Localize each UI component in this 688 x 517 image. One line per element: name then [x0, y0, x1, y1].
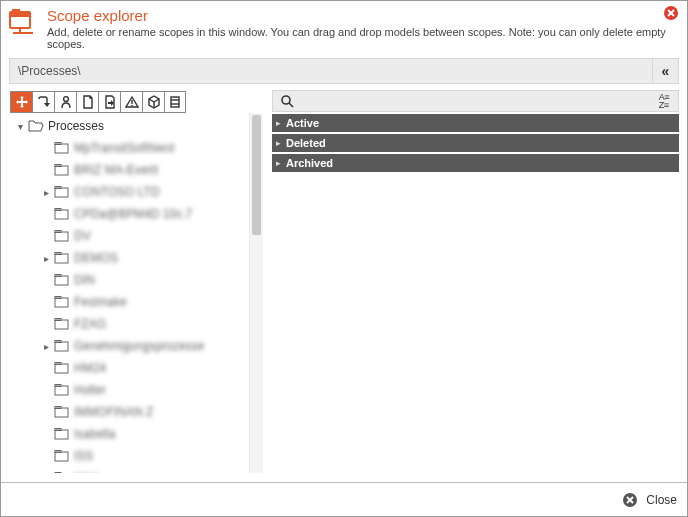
folder-icon	[54, 383, 70, 397]
tree-item[interactable]: HM24	[10, 357, 249, 379]
close-button[interactable]: Close	[646, 493, 677, 507]
svg-rect-34	[55, 364, 68, 373]
svg-rect-45	[55, 473, 61, 474]
footer: Close	[1, 482, 687, 516]
category-label: Deleted	[286, 137, 326, 149]
type-toolbar	[10, 91, 263, 113]
svg-rect-24	[55, 254, 68, 263]
close-icon[interactable]	[663, 5, 679, 21]
header-title: Scope explorer	[47, 7, 677, 24]
tree-item[interactable]: ▸DEMOS	[10, 247, 249, 269]
svg-rect-20	[55, 210, 68, 219]
scrollbar-thumb[interactable]	[252, 115, 261, 235]
header-subtitle: Add, delete or rename scopes in this win…	[47, 26, 677, 50]
tree-scrollbar[interactable]	[249, 113, 263, 473]
folder-icon	[54, 207, 70, 221]
flow-icon[interactable]	[32, 91, 54, 113]
expand-toggle[interactable]: ▸	[40, 341, 52, 352]
breadcrumb-row: «	[1, 58, 687, 84]
left-panel: ▾ Processes MpTransitSoftNerdBRIZ MA-Eve…	[9, 90, 264, 474]
svg-rect-11	[171, 97, 179, 107]
tree-item-label: IMMOFINAN Z	[74, 405, 153, 419]
folder-icon	[54, 163, 70, 177]
tree-item-label: DEMOS	[74, 251, 118, 265]
tree-item[interactable]: Festmake	[10, 291, 249, 313]
tree-item[interactable]: CPDa@BPM4D 10c.7	[10, 203, 249, 225]
doc-icon[interactable]	[76, 91, 98, 113]
tree-item[interactable]: ▸CONTOSO LTD	[10, 181, 249, 203]
expand-toggle[interactable]: ▸	[40, 253, 52, 264]
scope-tree[interactable]: ▾ Processes MpTransitSoftNerdBRIZ MA-Eve…	[10, 113, 249, 473]
folder-icon	[54, 185, 70, 199]
svg-point-8	[63, 97, 68, 102]
warning-icon[interactable]	[120, 91, 142, 113]
svg-rect-28	[55, 298, 68, 307]
tree-item-label: CPDa@BPM4D 10c.7	[74, 207, 192, 221]
tree-item-label: HM24	[74, 361, 106, 375]
folder-icon	[54, 229, 70, 243]
tree-item[interactable]: MpTransitSoftNerd	[10, 137, 249, 159]
scope-explorer-window: Scope explorer Add, delete or rename sco…	[0, 0, 688, 517]
svg-rect-2	[12, 9, 20, 12]
tree-item-label: DV	[74, 229, 91, 243]
folder-icon	[54, 141, 70, 155]
tree-item[interactable]: BRIZ MA-Evertt	[10, 159, 249, 181]
folder-icon	[54, 251, 70, 265]
tree-item-label: DIN	[74, 273, 95, 287]
cube-icon[interactable]	[142, 91, 164, 113]
chevron-right-icon: ▸	[276, 158, 286, 168]
doc-arrow-icon[interactable]	[98, 91, 120, 113]
breadcrumb-input[interactable]	[9, 58, 653, 84]
tree-item-label: ISS	[74, 449, 93, 463]
tree-item-label: Genehmigungsprozesse	[74, 339, 204, 353]
close-button-icon[interactable]	[622, 492, 638, 508]
category-band[interactable]: ▸Deleted	[272, 134, 679, 152]
right-panel: A≡Z≡ ▸Active▸Deleted▸Archived	[272, 90, 679, 474]
move-icon[interactable]	[10, 91, 32, 113]
chevron-right-icon: ▸	[276, 138, 286, 148]
tree-item-label: Holter	[74, 383, 106, 397]
category-band[interactable]: ▸Active	[272, 114, 679, 132]
tree-item[interactable]: ISS	[10, 445, 249, 467]
tree-item-label: CONTOSO LTD	[74, 185, 160, 199]
main-split: ▾ Processes MpTransitSoftNerdBRIZ MA-Eve…	[1, 90, 687, 482]
svg-rect-14	[55, 144, 68, 153]
tree-item[interactable]: FZAG	[10, 313, 249, 335]
expand-toggle[interactable]: ▸	[40, 187, 52, 198]
folder-icon	[54, 427, 70, 441]
tree-item[interactable]: Isabella	[10, 423, 249, 445]
svg-rect-22	[55, 232, 68, 241]
person-icon[interactable]	[54, 91, 76, 113]
folder-icon	[54, 471, 70, 473]
collapse-button[interactable]: «	[653, 58, 679, 84]
tree-item[interactable]: ▸Genehmigungsprozesse	[10, 335, 249, 357]
svg-point-10	[131, 105, 133, 107]
tree-item[interactable]: KAV	[10, 467, 249, 473]
svg-rect-16	[55, 166, 68, 175]
tree-item-label: MpTransitSoftNerd	[74, 141, 174, 155]
search-icon[interactable]	[277, 92, 297, 110]
folder-open-icon	[28, 119, 44, 133]
tree-item[interactable]: IMMOFINAN Z	[10, 401, 249, 423]
svg-rect-18	[55, 188, 68, 197]
chevron-right-icon: ▸	[276, 118, 286, 128]
header: Scope explorer Add, delete or rename sco…	[1, 1, 687, 58]
tree-item[interactable]: Holter	[10, 379, 249, 401]
tree-item-label: KAV	[74, 471, 97, 473]
tree-item-label: Festmake	[74, 295, 127, 309]
expand-toggle[interactable]: ▾	[14, 121, 26, 132]
category-band[interactable]: ▸Archived	[272, 154, 679, 172]
svg-rect-32	[55, 342, 68, 351]
folder-icon	[54, 405, 70, 419]
tree-root-label: Processes	[48, 119, 104, 133]
layers-icon[interactable]	[164, 91, 186, 113]
folder-icon	[54, 317, 70, 331]
category-label: Archived	[286, 157, 333, 169]
svg-rect-30	[55, 320, 68, 329]
sort-icon[interactable]: A≡Z≡	[654, 92, 674, 110]
tree-item[interactable]: DIN	[10, 269, 249, 291]
svg-rect-40	[55, 430, 68, 439]
tree-item[interactable]: DV	[10, 225, 249, 247]
tree-item-label: BRIZ MA-Evertt	[74, 163, 158, 177]
tree-root[interactable]: ▾ Processes	[10, 115, 249, 137]
